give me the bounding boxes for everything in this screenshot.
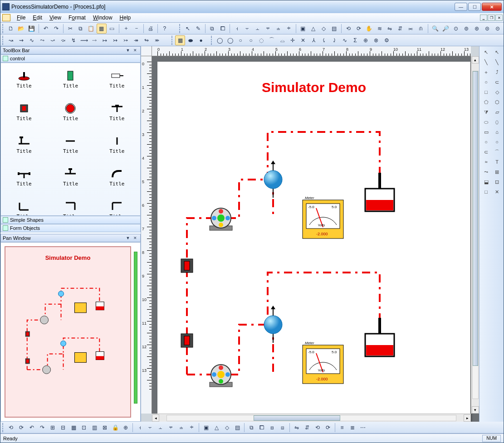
ellipse-fill-button[interactable]: ⬬ bbox=[186, 35, 196, 45]
shape-circle2[interactable]: ○ bbox=[246, 35, 256, 45]
align-right-button[interactable]: ⫠ bbox=[253, 24, 263, 34]
bottom-tool-button[interactable]: ⧠ bbox=[257, 423, 267, 433]
toolbox-item[interactable]: Title bbox=[1, 96, 47, 128]
toolbox-item[interactable]: Title bbox=[1, 194, 47, 216]
ungroup-button[interactable]: ⧠ bbox=[218, 24, 228, 34]
bottom-tool-button[interactable]: ⊡ bbox=[79, 423, 89, 433]
zoom-fit-button[interactable]: ⊙ bbox=[451, 24, 461, 34]
shape-tool-button[interactable]: ╲ bbox=[492, 57, 502, 67]
bottom-tool-button[interactable]: ⇵ bbox=[302, 423, 312, 433]
shape-curve2[interactable]: ⤸ bbox=[329, 35, 339, 45]
zoom-region-button[interactable]: ⊛ bbox=[472, 24, 482, 34]
shape-node2[interactable]: ⊗ bbox=[371, 35, 381, 45]
remove-button[interactable]: － bbox=[132, 24, 142, 34]
shape-gear[interactable]: ⚙ bbox=[382, 35, 391, 45]
menu-file[interactable]: File bbox=[13, 14, 29, 22]
scroll-down-arrow[interactable]: ▾ bbox=[472, 406, 479, 414]
shape-tool-button[interactable]: ○ bbox=[481, 137, 491, 147]
pan-miniview[interactable]: Simulator Demo bbox=[5, 246, 131, 418]
send-back-button[interactable]: △ bbox=[308, 24, 318, 34]
bottom-tool-button[interactable]: ↷ bbox=[37, 423, 47, 433]
toolbar-grip[interactable] bbox=[179, 24, 181, 33]
undo-button[interactable]: ↶ bbox=[41, 24, 51, 34]
toolbox-item[interactable]: Title bbox=[1, 128, 47, 161]
menu-format[interactable]: Format bbox=[65, 14, 89, 22]
pointer-tool[interactable]: ↖ bbox=[183, 24, 193, 34]
shape-tool-button[interactable]: ⊂ bbox=[492, 77, 502, 87]
shape-tool-button[interactable]: □ bbox=[481, 87, 491, 97]
bottom-tool-button[interactable]: ⧈ bbox=[267, 423, 277, 433]
shape-tool-button[interactable]: ▭ bbox=[481, 127, 491, 137]
shape-tool-button[interactable]: ⊡ bbox=[492, 177, 502, 187]
toolbar-grip[interactable] bbox=[2, 36, 5, 45]
shape-tool-button[interactable]: ⬓ bbox=[481, 177, 491, 187]
bottom-tool-button[interactable]: ↶ bbox=[27, 423, 37, 433]
bottom-tool-button[interactable]: ⟲ bbox=[313, 423, 323, 433]
bottom-tool-button[interactable]: ⊞ bbox=[48, 423, 58, 433]
toolbar-grip[interactable] bbox=[211, 36, 213, 45]
open-button[interactable]: 📂 bbox=[16, 24, 26, 34]
flip-v-button[interactable]: ⇵ bbox=[395, 24, 405, 34]
shape-tool-button[interactable]: ✕ bbox=[492, 187, 502, 197]
shape-tool-button[interactable]: ⌒ bbox=[492, 147, 502, 157]
bottom-tool-button[interactable]: ⫟ bbox=[145, 423, 155, 433]
menu-help[interactable]: Help bbox=[116, 14, 135, 22]
maximize-button[interactable]: ☐ bbox=[468, 3, 481, 11]
meter-2[interactable]: Meter -5.0 5.0 Volts -2.000 bbox=[303, 341, 343, 384]
zoom-page-button[interactable]: ⊜ bbox=[482, 24, 492, 34]
toolbox-section-simple-shapes[interactable]: Simple Shapes bbox=[0, 216, 141, 224]
align-top-button[interactable]: ⫧ bbox=[263, 24, 273, 34]
shape-tool-button[interactable]: ↖ bbox=[481, 47, 491, 57]
bottom-tool-button[interactable]: ⟳ bbox=[323, 423, 333, 433]
pan-button[interactable]: ✋ bbox=[364, 24, 374, 34]
hscroll-thumb[interactable] bbox=[254, 415, 340, 421]
snap-grid-button[interactable]: ▦ bbox=[175, 35, 185, 45]
save-button[interactable]: 💾 bbox=[27, 24, 37, 34]
toolbox-dropdown-icon[interactable]: ▼ bbox=[125, 47, 131, 54]
bottom-tool-button[interactable]: ◇ bbox=[222, 423, 232, 433]
delete-button[interactable]: ▭ bbox=[107, 24, 117, 34]
toolbox-item[interactable]: Title bbox=[47, 128, 93, 161]
bottom-tool-button[interactable]: ⊕ bbox=[121, 423, 131, 433]
shape-circle[interactable]: ○ bbox=[235, 35, 245, 45]
mdi-minimize[interactable]: ‗ bbox=[480, 15, 487, 21]
shape-tool-button[interactable]: ○ bbox=[492, 137, 502, 147]
shape-tool-button[interactable]: ⬠ bbox=[481, 97, 491, 107]
bottom-tool-button[interactable]: ⊠ bbox=[100, 423, 110, 433]
toolbox-item[interactable]: Title bbox=[1, 161, 47, 194]
toolbox-item[interactable]: Title bbox=[1, 63, 47, 96]
align-middle-button[interactable]: ⫨ bbox=[274, 24, 284, 34]
toolbox-section-control[interactable]: control bbox=[0, 54, 141, 63]
shape-node[interactable]: ⊕ bbox=[361, 35, 371, 45]
cut-button[interactable]: ✂ bbox=[65, 24, 75, 34]
bottom-tool-button[interactable]: ▦ bbox=[69, 423, 78, 433]
connector-13[interactable]: ↠ bbox=[131, 35, 141, 45]
bottom-tool-button[interactable]: △ bbox=[211, 423, 221, 433]
toolbar-grip[interactable] bbox=[2, 423, 5, 432]
close-button[interactable]: ✕ bbox=[482, 3, 502, 11]
connector-1[interactable]: ↝ bbox=[6, 35, 16, 45]
bottom-tool-button[interactable]: ▤ bbox=[232, 423, 242, 433]
bottom-tool-button[interactable]: ⟲ bbox=[6, 423, 16, 433]
zoom-width-button[interactable]: ⊝ bbox=[493, 24, 503, 34]
add-button[interactable]: ＋ bbox=[121, 24, 131, 34]
bottom-tool-button[interactable]: ⫠ bbox=[156, 423, 166, 433]
shape-tool-button[interactable]: ◇ bbox=[492, 87, 502, 97]
pan-window[interactable]: Simulator Demo bbox=[0, 242, 141, 422]
pump-1[interactable] bbox=[210, 208, 232, 230]
toolbox-section-form-objects[interactable]: Form Objects bbox=[0, 224, 141, 232]
scroll-left-arrow[interactable]: ◂ bbox=[152, 414, 159, 422]
mdi-restore[interactable]: ❐ bbox=[488, 15, 495, 21]
bottom-tool-button[interactable]: ≣ bbox=[347, 423, 357, 433]
shape-tool-button[interactable]: ↖ bbox=[492, 47, 502, 57]
switch-2[interactable] bbox=[181, 334, 193, 347]
bottom-tool-button[interactable]: ⫨ bbox=[176, 423, 186, 433]
menu-window[interactable]: Window bbox=[89, 14, 116, 22]
connector-12[interactable]: ⤖ bbox=[121, 35, 131, 45]
toolbox-item[interactable]: Title bbox=[94, 194, 140, 216]
align-center-button[interactable]: ⫟ bbox=[242, 24, 252, 34]
tank-1[interactable] bbox=[365, 173, 394, 211]
connector-2[interactable]: ⇝ bbox=[16, 35, 26, 45]
connector-7[interactable]: ↯ bbox=[69, 35, 78, 45]
bottom-tool-button[interactable]: ⫩ bbox=[187, 423, 197, 433]
